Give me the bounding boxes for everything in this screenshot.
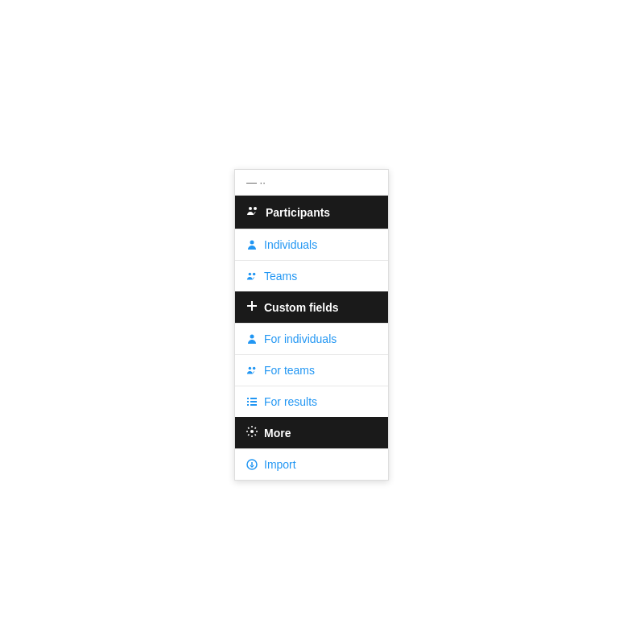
teams-item[interactable]: Teams: [235, 260, 388, 291]
svg-rect-14: [250, 401, 257, 402]
participants-label: Participants: [266, 206, 330, 219]
for-individuals-item[interactable]: For individuals: [235, 323, 388, 354]
import-icon: [246, 459, 258, 470]
for-teams-label: For teams: [264, 364, 315, 377]
gear-icon: [246, 426, 258, 440]
list-icon: [246, 396, 258, 407]
svg-point-2: [250, 241, 254, 245]
svg-point-16: [250, 430, 254, 433]
custom-fields-header[interactable]: Custom fields: [235, 291, 388, 323]
custom-fields-label: Custom fields: [264, 301, 339, 314]
person-icon-2: [246, 333, 258, 345]
svg-rect-15: [250, 404, 257, 406]
person-icon: [246, 239, 258, 250]
teams-icon-2: [246, 365, 258, 376]
more-label: More: [264, 427, 291, 440]
svg-rect-13: [250, 398, 257, 399]
svg-point-4: [253, 273, 256, 276]
top-partial-item: — ··: [235, 170, 388, 196]
teams-icon-individuals: [246, 270, 258, 282]
for-individuals-label: For individuals: [264, 332, 336, 345]
svg-point-1: [254, 207, 257, 210]
individuals-item[interactable]: Individuals: [235, 229, 388, 260]
import-item[interactable]: Import: [235, 448, 388, 480]
participants-header[interactable]: Participants: [235, 196, 388, 229]
participants-icon: [246, 204, 259, 220]
svg-point-8: [249, 367, 252, 370]
for-results-label: For results: [264, 395, 317, 408]
for-results-item[interactable]: For results: [235, 386, 388, 417]
svg-point-9: [253, 367, 256, 370]
page-container: — ·· Participants: [0, 0, 644, 644]
plus-icon: [246, 300, 258, 314]
svg-rect-12: [247, 404, 249, 406]
svg-rect-10: [247, 398, 249, 399]
svg-point-7: [250, 335, 254, 339]
svg-rect-11: [247, 401, 249, 402]
for-teams-item[interactable]: For teams: [235, 354, 388, 386]
more-header[interactable]: More: [235, 417, 388, 448]
menu-container: — ·· Participants: [234, 169, 389, 481]
svg-point-3: [249, 273, 252, 276]
individuals-label: Individuals: [264, 238, 317, 251]
import-label: Import: [264, 458, 296, 471]
svg-point-0: [249, 207, 252, 210]
teams-label: Teams: [264, 270, 297, 283]
